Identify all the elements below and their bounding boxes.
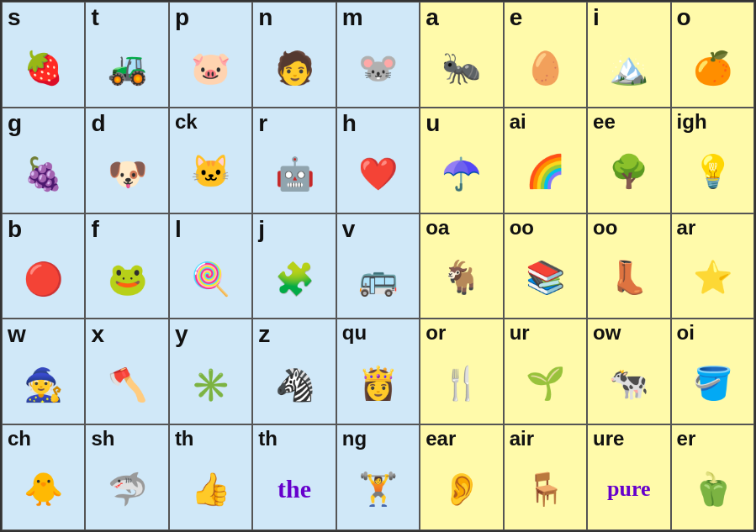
cell-image-oil: 🪣 [674,345,752,422]
cell-letter-frog: f [87,217,98,243]
cell-image-chick: 🐥 [4,450,82,528]
cell-letter-strawberry: s [4,5,21,31]
cell-emoji-chick: 🐥 [24,473,63,505]
cell-letter-rainbow: ai [506,111,526,133]
cell-witch: w🧙 [2,319,85,424]
cell-letter-witch: w [4,322,26,348]
cell-rainbow: ai🌈 [504,108,587,213]
cell-grapes: g🍇 [2,108,85,213]
cell-cow: ow🐄 [587,319,670,424]
cell-emoji-light: 💡 [693,155,732,187]
cell-emoji-strawberry: 🍓 [24,52,63,84]
cell-letter-chick: ch [4,428,31,450]
cell-emoji-books: 📚 [526,261,565,293]
cell-pig: p🐷 [169,2,252,108]
cell-emoji-cat: 🐱 [191,155,230,187]
cell-letter-balloon: b [4,217,22,243]
cell-emoji-jigsaw: 🧩 [275,263,315,295]
cell-emoji-grapes: 🍇 [24,158,63,190]
cell-fork: or🍴 [420,319,503,424]
cell-letter-thumb: th [172,428,194,450]
cell-lolly: l🍭 [169,213,252,319]
cell-image-thumb: 👍 [172,450,250,528]
cell-emoji-ant: 🐜 [441,52,481,84]
cell-letter-the: th [255,428,278,450]
cell-goat: oa🐐 [420,213,503,319]
cell-emoji-zebra: 🦓 [275,369,315,401]
cell-image-mouse: 🐭 [339,31,417,105]
phonics-grid: s🍓t🚜p🐷n🧑m🐭a🐜e🥚i🏔️o🍊g🍇d🐶ck🐱r🤖h❤️u☂️ai🌈ee🌳… [0,0,756,532]
cell-image-van: 🚌 [339,242,417,316]
cell-emoji-heart: ❤️ [358,158,398,190]
cell-pepper: er🫑 [671,424,754,530]
cell-robot: r🤖 [252,108,336,213]
cell-image-yellow: ✳️ [172,348,250,422]
cell-letter-orange: o [674,5,691,31]
pure-word: pure [607,477,651,502]
cell-image-igloo: 🏔️ [589,31,668,105]
cell-boot: oo👢 [587,213,670,319]
cell-van: v🚌 [336,213,420,319]
cell-emoji-oil: 🪣 [693,367,732,399]
cell-thumb: th👍 [169,424,252,530]
cell-image-the: the [255,450,333,528]
cell-strawberry: s🍓 [2,2,85,108]
cell-emoji-robot: 🤖 [275,158,315,190]
cell-emoji-lolly: 🍭 [191,263,230,295]
cell-dog: d🐶 [85,108,168,213]
cell-emoji-frog: 🐸 [108,263,147,295]
cell-emoji-mouse: 🐭 [358,52,398,84]
cell-emoji-egg: 🥚 [526,52,565,84]
cell-mouse: m🐭 [336,2,420,108]
cell-light: igh💡 [671,108,754,213]
cell-letter-ear: ear [422,428,456,450]
cell-image-orange: 🍊 [674,31,752,105]
cell-letter-pepper: er [674,428,696,450]
cell-image-queen: 👸 [339,345,417,422]
cell-image-star: ⭐ [674,239,752,316]
cell-letter-star: ar [674,217,696,239]
cell-emoji-umbrella: ☂️ [441,158,481,190]
cell-turnip: ur🌱 [504,319,587,424]
cell-image-light: 💡 [674,133,752,210]
cell-letter-books: oo [506,217,534,239]
cell-image-jigsaw: 🧩 [255,242,333,316]
cell-image-books: 📚 [506,239,584,316]
cell-tractor: t🚜 [85,2,168,108]
cell-letter-tree: ee [589,111,616,133]
cell-image-shark: 🦈 [87,450,166,528]
cell-pure: urepure [587,424,670,530]
cell-ant: a🐜 [420,2,503,108]
cell-cat: ck🐱 [169,108,252,213]
cell-emoji-ear: 👂 [441,473,481,505]
cell-emoji-nurse: 🧑 [275,52,315,84]
cell-letter-pig: p [172,5,189,31]
cell-chick: ch🐥 [2,424,85,530]
cell-emoji-star: ⭐ [693,261,732,293]
cell-letter-fork: or [422,322,446,344]
cell-letter-heart: h [339,111,357,137]
cell-image-cat: 🐱 [172,133,250,210]
cell-igloo: i🏔️ [587,2,670,108]
cell-image-balloon: 🔴 [4,242,82,316]
cell-letter-mouse: m [339,5,363,31]
cell-image-boot: 👢 [589,239,668,316]
cell-emoji-balloon: 🔴 [24,263,63,295]
cell-emoji-tree: 🌳 [609,155,648,187]
cell-emoji-axe: 🪓 [108,369,147,401]
cell-letter-yellow: y [172,322,188,348]
cell-letter-tractor: t [87,5,98,31]
cell-letter-umbrella: u [422,111,440,137]
cell-image-turnip: 🌱 [506,345,584,422]
cell-star: ar⭐ [671,213,754,319]
cell-image-fork: 🍴 [422,345,500,422]
cell-letter-igloo: i [589,5,600,31]
cell-image-tree: 🌳 [589,133,668,210]
cell-image-heart: ❤️ [339,137,417,211]
cell-emoji-chair: 🪑 [526,473,565,505]
cell-image-egg: 🥚 [506,31,584,105]
cell-letter-ant: a [422,5,439,31]
cell-image-rainbow: 🌈 [506,133,584,210]
cell-image-grapes: 🍇 [4,137,82,211]
cell-emoji-queen: 👸 [358,367,398,399]
